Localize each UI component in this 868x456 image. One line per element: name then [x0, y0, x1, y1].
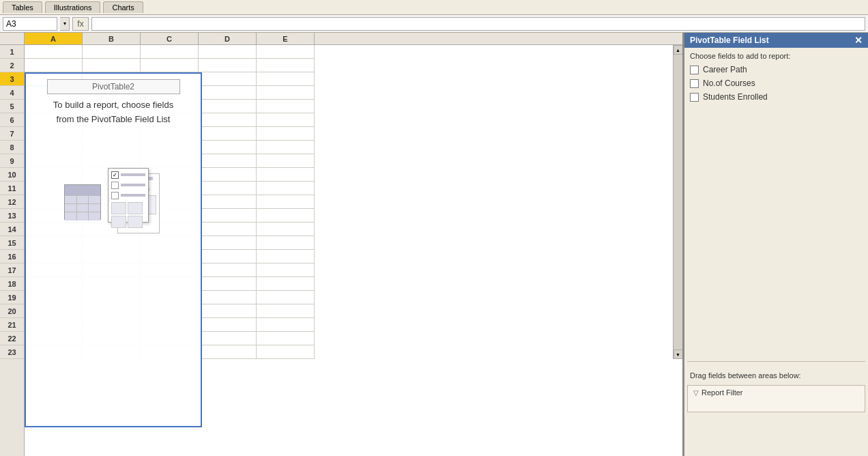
cell-d20[interactable] — [199, 304, 257, 318]
cell-a23[interactable] — [25, 345, 83, 359]
cell-reference-box[interactable] — [3, 17, 57, 31]
cell-c18[interactable] — [141, 277, 199, 291]
cell-e11[interactable] — [257, 182, 315, 195]
cell-d8[interactable] — [199, 141, 257, 154]
row-num-10[interactable]: 10 — [0, 168, 24, 182]
students-enrolled-checkbox[interactable] — [690, 93, 699, 102]
cell-e16[interactable] — [257, 250, 315, 263]
cell-b9[interactable] — [83, 154, 141, 168]
cell-e8[interactable] — [257, 141, 315, 154]
cell-c17[interactable] — [141, 263, 199, 277]
cell-a12[interactable] — [25, 195, 83, 209]
cell-d6[interactable] — [199, 113, 257, 127]
cell-e9[interactable] — [257, 154, 315, 168]
cell-b6[interactable] — [83, 113, 141, 127]
cell-a15[interactable] — [25, 236, 83, 250]
cell-c5[interactable] — [141, 100, 199, 113]
cell-e6[interactable] — [257, 113, 315, 127]
col-header-a[interactable]: A — [25, 33, 83, 44]
cell-b4[interactable] — [83, 86, 141, 100]
cell-c4[interactable] — [141, 86, 199, 100]
cell-d21[interactable] — [199, 318, 257, 332]
cell-c14[interactable] — [141, 223, 199, 236]
panel-close-icon[interactable]: ✕ — [854, 35, 863, 46]
cell-b14[interactable] — [83, 223, 141, 236]
cell-e10[interactable] — [257, 168, 315, 182]
tab-tables[interactable]: Tables — [3, 1, 42, 13]
cell-e3[interactable] — [257, 72, 315, 86]
cell-e19[interactable] — [257, 291, 315, 304]
row-num-14[interactable]: 14 — [0, 223, 24, 236]
cell-ref-dropdown[interactable]: ▾ — [60, 17, 70, 31]
row-num-21[interactable]: 21 — [0, 318, 24, 332]
row-num-5[interactable]: 5 — [0, 100, 24, 113]
cell-a5[interactable] — [25, 100, 83, 113]
cell-e21[interactable] — [257, 318, 315, 332]
cell-b17[interactable] — [83, 263, 141, 277]
row-num-19[interactable]: 19 — [0, 291, 24, 304]
cell-e20[interactable] — [257, 304, 315, 318]
cell-c19[interactable] — [141, 291, 199, 304]
cell-e23[interactable] — [257, 345, 315, 359]
cell-a19[interactable] — [25, 291, 83, 304]
cell-d12[interactable] — [199, 195, 257, 209]
cell-d3[interactable] — [199, 72, 257, 86]
scroll-down-button[interactable]: ▼ — [674, 350, 683, 359]
cell-a4[interactable] — [25, 86, 83, 100]
cell-a8[interactable] — [25, 141, 83, 154]
cell-b23[interactable] — [83, 345, 141, 359]
row-num-6[interactable]: 6 — [0, 113, 24, 127]
row-num-9[interactable]: 9 — [0, 154, 24, 168]
cell-d13[interactable] — [199, 209, 257, 223]
cell-d17[interactable] — [199, 263, 257, 277]
cell-a1[interactable] — [25, 45, 83, 59]
cell-b1[interactable] — [83, 45, 141, 59]
col-header-c[interactable]: C — [141, 33, 199, 44]
row-num-17[interactable]: 17 — [0, 263, 24, 277]
cell-b13[interactable] — [83, 209, 141, 223]
cell-e18[interactable] — [257, 277, 315, 291]
row-num-11[interactable]: 11 — [0, 182, 24, 195]
no-of-courses-checkbox[interactable] — [690, 79, 699, 88]
col-header-d[interactable]: D — [199, 33, 257, 44]
career-path-checkbox[interactable] — [690, 66, 699, 74]
row-num-20[interactable]: 20 — [0, 304, 24, 318]
cell-d10[interactable] — [199, 168, 257, 182]
cell-c15[interactable] — [141, 236, 199, 250]
cell-c11[interactable] — [141, 182, 199, 195]
cell-c8[interactable] — [141, 141, 199, 154]
cell-c23[interactable] — [141, 345, 199, 359]
scroll-up-button[interactable]: ▲ — [674, 45, 683, 55]
cell-b11[interactable] — [83, 182, 141, 195]
cell-e15[interactable] — [257, 236, 315, 250]
cell-d2[interactable] — [199, 59, 257, 72]
cell-a14[interactable] — [25, 223, 83, 236]
cell-a13[interactable] — [25, 209, 83, 223]
cell-d16[interactable] — [199, 250, 257, 263]
cell-e5[interactable] — [257, 100, 315, 113]
formula-input[interactable] — [91, 17, 865, 31]
cell-a10[interactable] — [25, 168, 83, 182]
cell-a22[interactable] — [25, 332, 83, 345]
cell-a21[interactable] — [25, 318, 83, 332]
row-num-12[interactable]: 12 — [0, 195, 24, 209]
cell-d9[interactable] — [199, 154, 257, 168]
cell-a18[interactable] — [25, 277, 83, 291]
cell-a2[interactable] — [25, 59, 83, 72]
row-num-22[interactable]: 22 — [0, 332, 24, 345]
cell-e1[interactable] — [257, 45, 315, 59]
cell-c6[interactable] — [141, 113, 199, 127]
cell-c1[interactable] — [141, 45, 199, 59]
cell-a7[interactable] — [25, 127, 83, 141]
cell-d14[interactable] — [199, 223, 257, 236]
cell-a6[interactable] — [25, 113, 83, 127]
cell-c20[interactable] — [141, 304, 199, 318]
row-num-18[interactable]: 18 — [0, 277, 24, 291]
col-header-b[interactable]: B — [83, 33, 141, 44]
row-num-3[interactable]: 3 — [0, 72, 24, 86]
scroll-track[interactable] — [674, 55, 683, 350]
cell-c21[interactable] — [141, 318, 199, 332]
cell-a17[interactable] — [25, 263, 83, 277]
cell-b15[interactable] — [83, 236, 141, 250]
cell-c13[interactable] — [141, 209, 199, 223]
